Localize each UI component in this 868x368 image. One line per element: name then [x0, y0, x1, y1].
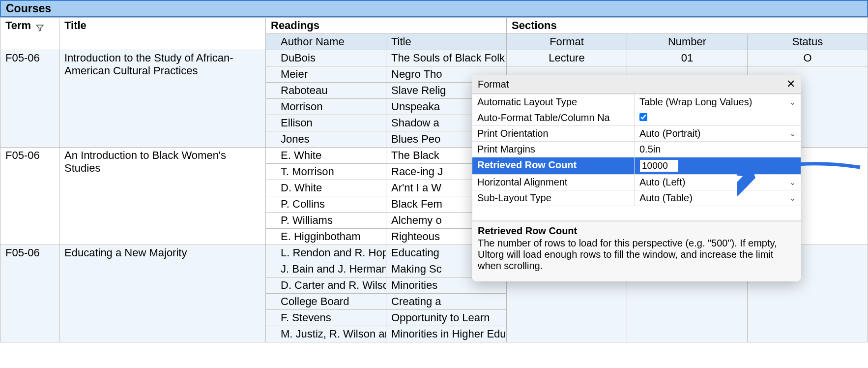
chevron-down-icon[interactable]: ⌄	[789, 97, 796, 107]
col-rtitle[interactable]: Title	[386, 34, 507, 50]
cell-reading-title[interactable]: The Souls of Black Folk	[386, 50, 507, 66]
cell-format[interactable]: Lecture	[507, 50, 627, 66]
cell-author[interactable]: Morrison	[266, 99, 386, 115]
select-value: Auto (Left)	[639, 177, 685, 188]
dialog-value[interactable]: 0.5in	[635, 142, 801, 157]
cell-reading-title[interactable]: Creating a	[386, 294, 507, 310]
dialog-title-text: Format	[478, 79, 509, 90]
cell-author[interactable]: Ellison	[266, 115, 386, 131]
cell-reading-title[interactable]: Opportunity to Learn	[386, 310, 507, 326]
select-value: Auto (Portrait)	[639, 128, 700, 139]
col-format[interactable]: Format	[507, 34, 627, 50]
dialog-label: Sub-Layout Type	[472, 190, 635, 206]
cell-author[interactable]: M. Justiz, R. Wilson an	[266, 326, 386, 342]
cell-status[interactable]: O	[748, 50, 868, 66]
cell-author[interactable]: J. Bain and J. Herman	[266, 261, 386, 277]
filter-icon[interactable]	[36, 22, 44, 30]
col-status[interactable]: Status	[748, 34, 868, 50]
dialog-value[interactable]: Auto (Left)⌄	[635, 175, 801, 190]
dialog-row[interactable]: Automatic Layout TypeTable (Wrap Long Va…	[472, 94, 801, 110]
dialog-value[interactable]: Auto (Table)⌄	[635, 190, 801, 206]
header-row-1: Term Title Readings Sections	[0, 18, 868, 34]
dialog-label: Horizontal Alignment	[472, 175, 635, 190]
chevron-down-icon[interactable]: ⌄	[789, 129, 796, 138]
dialog-value[interactable]: Table (Wrap Long Values)⌄	[635, 94, 801, 110]
dialog-value[interactable]: Auto (Portrait)⌄	[635, 126, 801, 142]
close-icon[interactable]: ✕	[786, 78, 795, 91]
col-title[interactable]: Title	[59, 18, 266, 50]
cell-title[interactable]: An Introduction to Black Women's Studies	[59, 148, 266, 245]
cell-author[interactable]: F. Stevens	[266, 310, 386, 326]
cell-author[interactable]: E. Higginbotham	[266, 229, 386, 245]
cell-author[interactable]: L. Rendon and R. Hope	[266, 245, 386, 261]
cell-author[interactable]: DuBois	[266, 50, 386, 66]
dialog-label: Automatic Layout Type	[472, 94, 635, 110]
dialog-value[interactable]	[635, 110, 801, 126]
dialog-row[interactable]: Auto-Format Table/Column Na	[472, 110, 801, 126]
cell-term[interactable]: F05-06	[0, 148, 59, 245]
cell-author[interactable]: D. Carter and R. Wilso	[266, 277, 386, 294]
dialog-row[interactable]: Print Margins0.5in	[472, 142, 801, 157]
cell-title[interactable]: Educating a New Majority	[59, 245, 266, 342]
cell-author[interactable]: P. Williams	[266, 213, 386, 229]
cell-term[interactable]: F05-06	[0, 50, 59, 148]
chevron-down-icon[interactable]: ⌄	[789, 193, 796, 203]
select-value: Table (Wrap Long Values)	[639, 96, 752, 108]
dialog-help-text: The number of rows to load for this pers…	[478, 238, 795, 272]
col-term[interactable]: Term	[0, 18, 59, 50]
dialog-label: Print Margins	[472, 142, 635, 157]
dialog-row[interactable]: Retrieved Row Count	[472, 157, 801, 175]
cell-author[interactable]: D. White	[266, 180, 386, 196]
dialog-label: Print Orientation	[472, 126, 635, 142]
dialog-help: Retrieved Row Count The number of rows t…	[472, 221, 801, 281]
cell-author[interactable]: Raboteau	[266, 83, 386, 99]
dialog-properties: Automatic Layout TypeTable (Wrap Long Va…	[472, 94, 801, 221]
cell-author[interactable]: P. Collins	[266, 196, 386, 213]
dialog-titlebar[interactable]: Format ✕	[472, 75, 801, 94]
col-sections[interactable]: Sections	[507, 18, 868, 34]
chevron-down-icon[interactable]: ⌄	[789, 178, 796, 187]
cell-author[interactable]: T. Morrison	[266, 164, 386, 180]
cell-title[interactable]: Introduction to the Study of African-Ame…	[59, 50, 266, 148]
dialog-row[interactable]: Sub-Layout TypeAuto (Table)⌄	[472, 190, 801, 206]
dialog-value[interactable]	[635, 157, 801, 175]
cell-term[interactable]: F05-06	[0, 245, 59, 342]
dialog-row[interactable]: Print OrientationAuto (Portrait)⌄	[472, 126, 801, 142]
row-count-input[interactable]	[639, 159, 679, 172]
dialog-label: Retrieved Row Count	[472, 157, 635, 175]
checkbox[interactable]	[639, 113, 647, 121]
cell-author[interactable]: College Board	[266, 294, 386, 310]
cell-author[interactable]: Meier	[266, 66, 386, 83]
cell-number[interactable]: 01	[627, 50, 748, 66]
select-value: Auto (Table)	[639, 192, 693, 204]
cell-reading-title[interactable]: Minorities in Higher Educatio	[386, 326, 507, 342]
table-row[interactable]: F05-06Introduction to the Study of Afric…	[0, 50, 868, 66]
dialog-label: Auto-Format Table/Column Na	[472, 110, 635, 126]
table-title: Courses	[0, 0, 868, 17]
dialog-blank-row	[472, 206, 801, 221]
cell-author[interactable]: Jones	[266, 131, 386, 148]
col-number[interactable]: Number	[627, 34, 748, 50]
col-readings[interactable]: Readings	[266, 18, 507, 34]
format-dialog: Format ✕ Automatic Layout TypeTable (Wra…	[472, 75, 801, 281]
col-author[interactable]: Author Name	[266, 34, 386, 50]
dialog-help-title: Retrieved Row Count	[478, 225, 795, 237]
cell-author[interactable]: E. White	[266, 148, 386, 164]
dialog-row[interactable]: Horizontal AlignmentAuto (Left)⌄	[472, 175, 801, 190]
